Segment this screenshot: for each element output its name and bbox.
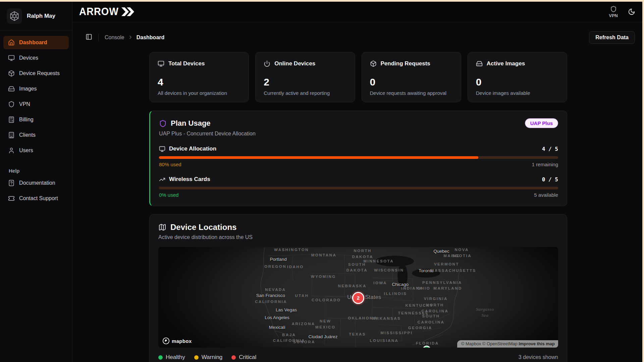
power-icon <box>264 60 270 67</box>
stat-subtitle: Device images available <box>476 90 530 96</box>
device-locations-title: Device Locations <box>170 223 236 232</box>
package-icon <box>370 60 377 67</box>
stat-card-total-devices: Total Devices4All devices in your organi… <box>149 52 249 102</box>
sidebar-item-label: Dashboard <box>19 40 47 46</box>
sidebar-item-device-requests[interactable]: Device Requests <box>3 67 69 80</box>
legend-label: Warning <box>202 354 223 361</box>
legend-dot <box>231 355 236 360</box>
device-cluster-marker[interactable]: 2 <box>352 292 364 304</box>
cluster-count: 2 <box>357 295 360 301</box>
plan-badge: UAP Plus <box>525 118 558 128</box>
org-logo-icon <box>7 8 22 24</box>
stat-value: 0 <box>370 76 376 88</box>
stat-title: Active Images <box>487 60 525 67</box>
sidebar-item-clients[interactable]: Clients <box>3 128 69 142</box>
help-heading: Help <box>9 168 72 174</box>
sidebar-user[interactable]: Ralph May <box>0 2 72 31</box>
vpn-label: VPN <box>609 13 618 18</box>
meter-percent-used: 0% used <box>159 192 178 198</box>
arrow-logo[interactable]: ARROW <box>79 6 135 17</box>
sidebar-toggle-button[interactable] <box>86 34 92 42</box>
meter-ratio: 0 / 5 <box>542 176 558 183</box>
map-attribution: © Mapbox © OpenStreetMap Improve this ma… <box>457 340 558 348</box>
sidebar-item-label: Clients <box>19 132 36 138</box>
package-icon <box>8 70 15 77</box>
header: ARROW VPN <box>72 0 644 22</box>
plan-meters: Device Allocation4 / 580% used1 remainin… <box>159 145 558 198</box>
refresh-data-button[interactable]: Refresh Data <box>589 31 635 44</box>
breadcrumb-dashboard: Dashboard <box>137 35 165 41</box>
hard-drive-icon <box>8 85 15 92</box>
sidebar-item-billing[interactable]: Billing <box>3 113 69 126</box>
legend-item-critical: Critical <box>231 354 256 361</box>
plan-usage-title: Plan Usage <box>171 119 211 128</box>
breadcrumb-console[interactable]: Console <box>105 35 124 41</box>
panel-left-icon <box>86 34 92 40</box>
meter-label: Device Allocation <box>169 145 216 152</box>
plan-usage-subtitle: UAP Plus - Concurrent Device Allocation <box>159 131 558 137</box>
window-frame-right <box>642 0 644 362</box>
theme-toggle-button[interactable] <box>628 8 635 15</box>
vpn-status-button[interactable]: VPN <box>609 6 618 18</box>
plan-usage-card: Plan Usage UAP Plus UAP Plus - Concurren… <box>149 111 567 206</box>
mapbox-logo[interactable]: mapbox <box>162 337 192 345</box>
map-icon <box>158 223 166 231</box>
ticket-icon <box>8 195 15 202</box>
map-legend: HealthyWarningCritical 3 devices shown <box>158 354 558 361</box>
moon-icon <box>628 8 635 15</box>
sidebar-item-label: Users <box>19 147 33 154</box>
improve-map-link[interactable]: Improve this map <box>519 341 555 346</box>
sidebar-item-dashboard[interactable]: Dashboard <box>3 36 69 49</box>
stat-value: 2 <box>264 76 269 88</box>
legend-dot <box>194 355 199 360</box>
building-icon <box>8 132 15 138</box>
chevron-right-icon <box>124 34 137 41</box>
double-chevron-icon <box>121 7 135 16</box>
sidebar-item-label: VPN <box>19 101 30 107</box>
breadcrumb: Console Dashboard Refresh Data <box>72 31 644 44</box>
legend-label: Healthy <box>166 354 185 361</box>
meter-progress-fill <box>159 156 478 159</box>
sidebar-item-label: Documentation <box>19 180 55 186</box>
sidebar-item-label: Device Requests <box>19 70 60 76</box>
device-locations-subtitle: Active device distribution across the US <box>158 234 558 240</box>
trending-up-icon <box>159 176 165 183</box>
sidebar-item-label: Contact Support <box>19 195 58 201</box>
stat-card-pending-requests: Pending Requests0Device requests awaitin… <box>362 52 461 102</box>
sidebar-item-devices[interactable]: Devices <box>3 51 69 65</box>
devices-shown-count: 3 devices shown <box>519 354 558 360</box>
sidebar-item-label: Billing <box>19 117 34 123</box>
legend-dot <box>158 355 163 360</box>
calculator-icon <box>8 116 15 123</box>
sidebar-item-vpn[interactable]: VPN <box>3 98 69 111</box>
meter-device-allocation: Device Allocation4 / 580% used1 remainin… <box>159 145 558 167</box>
meter-label: Wireless Cards <box>169 176 210 183</box>
meter-remaining: 5 available <box>534 192 558 198</box>
legend-item-healthy: Healthy <box>158 354 185 361</box>
sidebar-item-documentation[interactable]: Documentation <box>3 176 69 190</box>
mapbox-logo-text: mapbox <box>172 338 192 344</box>
hard-drive-icon <box>476 60 483 67</box>
legend-label: Critical <box>239 354 256 361</box>
stat-card-active-images: Active Images0Device images available <box>468 52 567 102</box>
shield-icon <box>8 101 15 108</box>
legend-item-warning: Warning <box>194 354 223 361</box>
attribution-links[interactable]: © Mapbox © OpenStreetMap <box>461 341 518 346</box>
device-map[interactable]: WASHINGTONPortlandOREGONIDAHOMONTANANORT… <box>158 247 558 348</box>
sidebar-item-contact-support[interactable]: Contact Support <box>3 192 69 205</box>
stat-title: Total Devices <box>168 60 205 67</box>
meter-wireless-cards: Wireless Cards0 / 50% used5 available <box>159 176 558 198</box>
meter-ratio: 4 / 5 <box>542 146 558 152</box>
sidebar-item-users[interactable]: Users <box>3 144 69 157</box>
stat-title: Pending Requests <box>381 60 430 67</box>
monitor-icon <box>159 146 165 152</box>
shield-icon <box>159 120 167 127</box>
stat-title: Online Devices <box>274 60 315 67</box>
monitor-icon <box>8 55 15 61</box>
main-content: Console Dashboard Refresh Data Total Dev… <box>72 22 644 362</box>
stat-subtitle: Device requests awaiting approval <box>370 90 446 96</box>
help-nav: DocumentationContact Support <box>0 176 72 207</box>
house-icon <box>8 39 15 46</box>
sidebar-item-images[interactable]: Images <box>3 82 69 96</box>
divider <box>98 34 99 41</box>
